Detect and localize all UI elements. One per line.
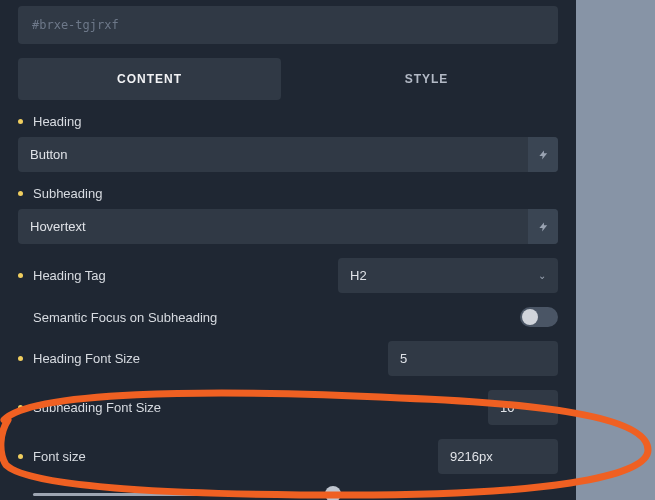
heading-font-size-label: Heading Font Size xyxy=(33,351,140,366)
indicator-dot xyxy=(18,454,23,459)
font-size-input[interactable]: 9216px xyxy=(438,439,558,474)
settings-panel: CONTENT STYLE Heading Button Subheading … xyxy=(0,0,576,500)
font-size-slider[interactable] xyxy=(33,484,418,500)
subheading-font-size-input[interactable]: 10 xyxy=(488,390,558,425)
subheading-row: Subheading xyxy=(18,186,558,201)
font-size-value: 9216px xyxy=(450,449,493,464)
slider-fill xyxy=(33,493,333,496)
semantic-focus-row: Semantic Focus on Subheading xyxy=(18,307,558,327)
slider-track xyxy=(33,493,418,496)
font-size-label: Font size xyxy=(33,449,86,464)
css-selector-input[interactable] xyxy=(18,6,558,44)
indicator-dot xyxy=(18,191,23,196)
tabs: CONTENT STYLE xyxy=(18,58,558,100)
semantic-focus-toggle[interactable] xyxy=(520,307,558,327)
subheading-input[interactable]: Hovertext xyxy=(18,209,558,244)
indicator-dot xyxy=(18,273,23,278)
font-size-row: Font size 9216px xyxy=(18,439,558,474)
heading-tag-select[interactable]: H2 ⌄ xyxy=(338,258,558,293)
tab-style[interactable]: STYLE xyxy=(295,58,558,100)
subheading-font-size-value: 10 xyxy=(500,400,514,415)
heading-font-size-row: Heading Font Size 5 xyxy=(18,341,558,376)
heading-row: Heading xyxy=(18,114,558,129)
subheading-dynamic-button[interactable] xyxy=(528,209,558,244)
heading-value: Button xyxy=(30,147,68,162)
font-size-slider-row xyxy=(18,484,558,500)
heading-font-size-input[interactable]: 5 xyxy=(388,341,558,376)
semantic-focus-label: Semantic Focus on Subheading xyxy=(33,310,217,325)
heading-dynamic-button[interactable] xyxy=(528,137,558,172)
indicator-dot xyxy=(18,405,23,410)
heading-tag-value: H2 xyxy=(350,268,367,283)
heading-tag-row: Heading Tag H2 ⌄ xyxy=(18,258,558,293)
heading-input[interactable]: Button xyxy=(18,137,558,172)
indicator-dot xyxy=(18,119,23,124)
toggle-knob xyxy=(522,309,538,325)
heading-label: Heading xyxy=(33,114,81,129)
slider-thumb[interactable] xyxy=(325,486,341,500)
heading-font-size-value: 5 xyxy=(400,351,407,366)
bolt-icon xyxy=(538,148,549,162)
subheading-label: Subheading xyxy=(33,186,102,201)
subheading-font-size-label: Subheading Font Size xyxy=(33,400,161,415)
subheading-font-size-row: Subheading Font Size 10 xyxy=(18,390,558,425)
chevron-down-icon: ⌄ xyxy=(538,270,546,281)
subheading-value: Hovertext xyxy=(30,219,86,234)
indicator-dot xyxy=(18,356,23,361)
tab-content[interactable]: CONTENT xyxy=(18,58,281,100)
heading-tag-label: Heading Tag xyxy=(33,268,106,283)
bolt-icon xyxy=(538,220,549,234)
